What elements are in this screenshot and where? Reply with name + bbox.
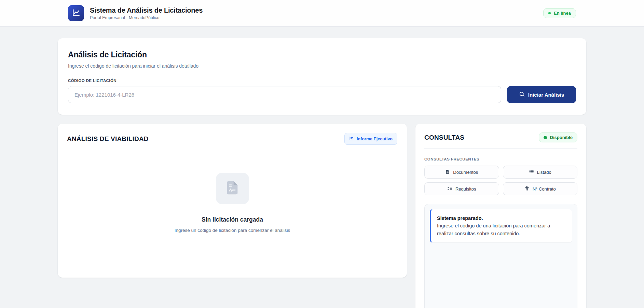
quick-action-contrato[interactable]: N° Contrato <box>503 182 578 195</box>
quick-action-label: Requisitos <box>455 186 476 192</box>
executive-report-button[interactable]: Informe Ejecutivo <box>344 133 397 145</box>
quick-actions-grid: Documentos Listado <box>424 166 577 195</box>
panel-divider <box>424 148 577 149</box>
chat-messages-area: Sistema preparado. Ingrese el código de … <box>424 204 577 308</box>
quick-action-label: Documentos <box>453 170 478 175</box>
quick-action-listado[interactable]: Listado <box>503 166 578 179</box>
app-header: Sistema de Análisis de Licitaciones Port… <box>0 0 644 27</box>
system-message: Sistema preparado. Ingrese el código de … <box>430 209 572 242</box>
green-dot-icon <box>548 12 551 14</box>
viability-panel-title: ANÁLISIS DE VIABILIDAD <box>67 135 149 143</box>
empty-state-title: Sin licitación cargada <box>58 216 407 223</box>
chart-line-icon <box>72 8 81 18</box>
quick-action-label: N° Contrato <box>533 186 556 192</box>
search-card: Análisis de Licitación Ingrese el código… <box>58 38 586 115</box>
quick-action-documentos[interactable]: Documentos <box>424 166 499 179</box>
green-dot-icon <box>544 136 547 139</box>
brand: Sistema de Análisis de Licitaciones Port… <box>68 5 203 21</box>
executive-report-label: Informe Ejecutivo <box>357 137 393 141</box>
system-message-body: Ingrese el código de una licitación para… <box>437 223 550 236</box>
available-status-label: Disponible <box>550 135 573 140</box>
app-subtitle: Portal Empresarial · MercadoPúblico <box>90 15 203 20</box>
app-title: Sistema de Análisis de Licitaciones <box>90 6 203 14</box>
search-card-subtitle: Ingrese el código de licitación para ini… <box>68 63 576 69</box>
quick-action-requisitos[interactable]: Requisitos <box>424 182 499 195</box>
start-analysis-label: Iniciar Análisis <box>528 92 564 98</box>
document-icon <box>445 169 450 175</box>
search-icon <box>519 91 525 98</box>
online-status-label: En línea <box>554 11 571 16</box>
viability-panel: ANÁLISIS DE VIABILIDAD Informe Ejecutivo <box>58 124 407 278</box>
code-input-label: CÓDIGO DE LICITACIÓN <box>68 79 576 83</box>
file-chart-icon <box>224 180 240 197</box>
consultas-panel: CONSULTAS Disponible CONSULTAS FRECUENTE… <box>415 124 586 308</box>
online-status-badge: En línea <box>543 8 576 18</box>
empty-state-subtitle: Ingrese un código de licitación para com… <box>58 228 407 233</box>
hash-icon <box>524 186 530 192</box>
consultas-panel-title: CONSULTAS <box>424 134 464 141</box>
system-message-title: Sistema preparado. <box>437 214 566 222</box>
checklist-icon <box>447 186 452 192</box>
search-card-title: Análisis de Licitación <box>68 50 576 59</box>
available-status-badge: Disponible <box>539 132 577 142</box>
empty-state: Sin licitación cargada Ingrese un código… <box>58 151 407 233</box>
licitacion-code-input[interactable] <box>68 86 501 103</box>
app-logo <box>68 5 84 21</box>
frequent-queries-label: CONSULTAS FRECUENTES <box>424 157 577 161</box>
quick-action-label: Listado <box>537 170 551 175</box>
empty-icon-box <box>216 173 249 204</box>
start-analysis-button[interactable]: Iniciar Análisis <box>507 86 576 103</box>
bar-chart-icon <box>349 136 354 142</box>
list-icon <box>529 169 534 175</box>
main-content: Análisis de Licitación Ingrese el código… <box>58 27 586 308</box>
